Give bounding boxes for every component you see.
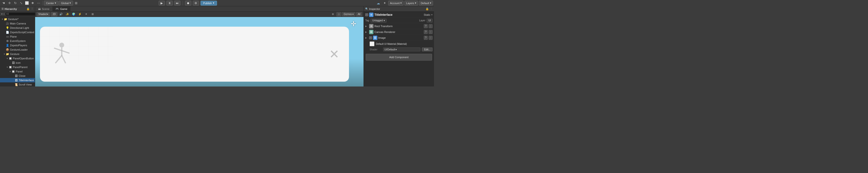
gizmos-btn[interactable]: Gizmos ▾ [342,12,355,17]
list-item[interactable]: 📄 ZepetoScriptContext [0,30,35,34]
shading-label: Shaded [38,13,46,16]
scene-tab[interactable]: 🏔 Scene [35,6,53,11]
account-btn[interactable]: Account ▾ [388,1,403,6]
shading-dropdown[interactable]: Shaded ▾ [37,12,50,17]
list-item[interactable]: ▭ Plane [0,34,35,39]
rect-transform-component[interactable]: ▶ ⊞ Rect Transform ? ⋮ [364,23,434,29]
component-settings-btn[interactable]: ? [424,24,428,28]
hierarchy-search-input[interactable] [5,12,38,16]
add-component-label: Add Component [389,56,409,59]
layer-dropdown[interactable]: UI [427,19,433,23]
pause-btn[interactable]: ⏸ [166,1,173,6]
shader-dropdown[interactable]: UI/Default ▾ [383,48,421,51]
list-item[interactable]: ▼ 🔲 PanelParent [0,65,35,69]
image-icon: 🖼 [373,36,377,40]
grid-overlay [40,27,113,63]
rect-tool-btn[interactable]: ⬜ [24,0,30,6]
publish-btn[interactable]: Publish ▾ [200,1,217,6]
game-tab[interactable]: 🎮 Game [53,6,70,11]
arrow-icon: ▼ [3,53,6,56]
hierarchy-more-icon[interactable]: ⋮ [31,7,33,10]
hierarchy-add-dropdown[interactable]: ▾ [3,13,5,15]
component-menu-btn[interactable]: ⋮ [429,36,433,40]
rotate-tool-btn[interactable]: ↻ [12,0,18,6]
hierarchy-add-btn[interactable]: + [1,11,3,17]
component-menu-btn[interactable]: ⋮ [429,24,433,28]
resolution-icon: □ [338,13,340,16]
active-checkbox[interactable]: ✓ [365,13,368,16]
item-label: Plane [10,35,17,38]
list-item[interactable]: ▼ 📁 Gesture* [0,17,35,21]
ui-panel: ✕ [40,27,349,82]
object-type-icon: ⊞ [369,12,373,17]
resolution-dropdown[interactable]: □ [336,12,341,17]
play-btn[interactable]: ▶ [159,1,165,6]
tag-dropdown[interactable]: Untagged ▾ [371,19,386,23]
account-dropdown-icon: ▾ [400,1,402,5]
inspector-lock-icon[interactable]: 🔒 [426,7,429,10]
list-item[interactable]: ▼ 🔲 Panel [0,69,35,74]
record-btn[interactable]: ⏺ [185,1,191,6]
step-btn[interactable]: ⏭ [174,1,180,6]
publish-dropdown-icon: ▾ [213,1,214,5]
tag-value-label: Untagged [372,19,383,22]
object-name: TitleInterface [374,13,423,17]
scene-search[interactable]: All [356,12,362,17]
scale-tool-btn[interactable]: ⤡ [19,0,24,6]
component-settings-btn[interactable]: ? [424,36,428,40]
game-tab-icon: 🎮 [56,7,59,10]
global-btn[interactable]: Global ▾ [59,1,73,6]
center-btn[interactable]: Center ▾ [44,1,58,6]
list-item[interactable]: ⚙ EventSystem [0,39,35,43]
collab-btn[interactable]: ☁ [376,0,381,6]
light-toggle-icon[interactable]: ☀ [84,11,89,17]
build-btn[interactable]: ⚙ [193,1,199,6]
list-item[interactable]: 👤 ZepetoPlayers [0,43,35,48]
static-dropdown-icon[interactable]: ▾ [431,13,433,16]
audio-icon[interactable]: 🔊 [58,11,64,17]
transform-tool-btn[interactable]: ❖ [30,0,35,6]
item-label: Directional Light [10,26,29,29]
aspect-icon[interactable]: ⚙ [330,11,336,17]
extra-tools-btn[interactable]: ⋯ [36,0,41,6]
list-item[interactable]: 🎥 Main Camera [0,21,35,26]
layer-value-label: UI [428,19,431,22]
default-btn[interactable]: Default ▾ [419,1,433,6]
canvas-renderer-component[interactable]: ▶ 🖼 Canvas Renderer ? ⋮ [364,29,434,35]
hierarchy-toolbar: + ▾ [0,11,35,17]
list-item[interactable]: 📦 GestureLoader [0,48,35,52]
inspector-panel: 🔍 Inspector 🔒 ⋮ ✓ ⊞ TitleInterface Stati… [364,6,434,86]
edit-btn[interactable]: Edit... [422,48,433,51]
image-component[interactable]: ▶ ✓ 🖼 Image ? ⋮ [364,35,434,41]
twod-btn[interactable]: 2D [51,12,57,17]
add-component-btn[interactable]: Add Component [366,54,432,61]
list-item[interactable]: 🖼 icon [0,61,35,65]
component-settings-btn[interactable]: ? [424,30,428,34]
list-item[interactable]: 🖼 TitleInterface [0,78,35,82]
list-item[interactable]: ▼ 📁 Gesture [0,52,35,56]
list-item[interactable]: 📜 Scroll View [0,82,35,86]
grid-scene-icon[interactable]: ⊞ [90,11,95,17]
skybox-icon[interactable]: 🌍 [71,11,76,17]
arrow-spacer [3,39,6,42]
hand-tool-btn[interactable]: ☚ [1,0,6,6]
layer-label: Layer [419,19,425,22]
fx-icon[interactable]: ✨ [65,11,70,17]
layers-btn[interactable]: Layers ▾ [404,1,418,6]
arrow-spacer [11,75,14,77]
component-menu-btn[interactable]: ⋮ [429,30,433,34]
list-item[interactable]: 💡 Directional Light [0,26,35,30]
grid-btn[interactable]: ⊞ [73,0,79,6]
list-item[interactable]: ▼ 🔲 PanelOpenButton [0,56,35,61]
hierarchy-lock-icon[interactable]: 🔒 [26,7,30,10]
item-label: ZepetoPlayers [10,44,27,47]
account-label: Account [390,2,400,5]
plane-icon: ▭ [6,35,9,38]
anim-icon[interactable]: ⚡ [77,11,83,17]
list-item[interactable]: 🖼 Close [0,74,35,78]
inspector-more-icon[interactable]: ⋮ [430,7,433,10]
move-tool-btn[interactable]: ✛ [7,0,12,6]
image-active-checkbox[interactable]: ✓ [369,36,372,39]
gizmos-label: Gizmos [344,13,352,16]
default-dropdown-icon: ▾ [430,1,431,5]
